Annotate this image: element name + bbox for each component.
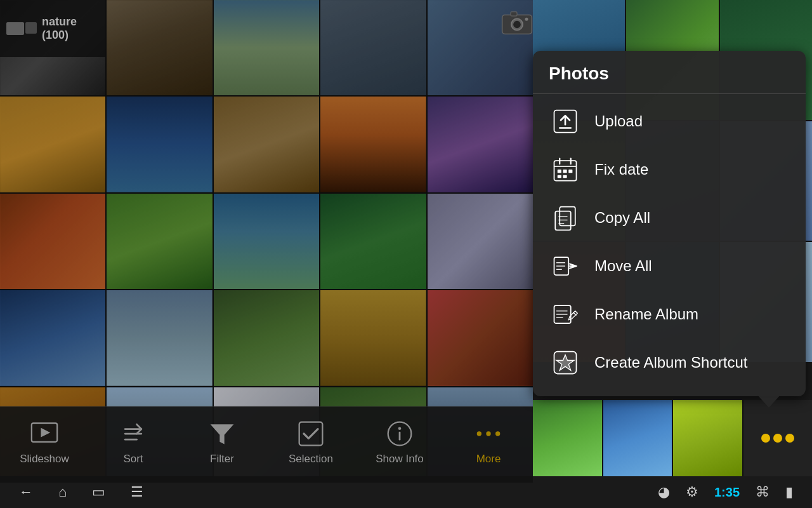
rename-album-menu-item[interactable]: Rename Album <box>533 290 806 338</box>
dot-1 <box>761 434 770 443</box>
calendar-icon <box>549 153 582 186</box>
rename-album-label: Rename Album <box>594 305 698 323</box>
thumbnail[interactable] <box>673 400 742 476</box>
battery-icon: ▮ <box>785 484 793 500</box>
move-icon <box>549 250 582 283</box>
svg-rect-25 <box>563 170 567 173</box>
settings-icon: ⚙ <box>686 484 698 500</box>
upload-icon <box>549 105 582 138</box>
fix-date-menu-item[interactable]: Fix date <box>533 145 806 194</box>
dot-3 <box>785 434 794 443</box>
background-overlay <box>0 0 533 483</box>
thumbnail[interactable] <box>533 400 602 476</box>
context-menu: Photos Upload <box>533 51 806 396</box>
thumbnail[interactable] <box>603 400 672 476</box>
android-icon: ◕ <box>658 484 670 500</box>
fix-date-label: Fix date <box>594 161 648 178</box>
dot-2 <box>773 434 782 443</box>
recents-button[interactable]: ▭ <box>92 484 105 500</box>
upload-label: Upload <box>594 112 643 130</box>
nav-right: ◕ ⚙ 1:35 ⌘ ▮ <box>658 484 793 500</box>
nav-left: ← ⌂ ▭ ☰ <box>19 484 143 500</box>
svg-rect-30 <box>555 211 571 231</box>
move-all-menu-item[interactable]: Move All <box>533 242 806 290</box>
back-button[interactable]: ← <box>19 484 33 500</box>
bottom-thumb-strip <box>533 400 812 476</box>
copy-all-menu-item[interactable]: Copy All <box>533 194 806 242</box>
more-dots[interactable] <box>743 400 813 476</box>
popup-title: Photos <box>533 60 806 94</box>
svg-line-43 <box>573 312 576 316</box>
create-shortcut-label: Create Album Shortcut <box>594 354 747 371</box>
copy-icon <box>549 201 582 234</box>
svg-rect-27 <box>558 175 561 178</box>
upload-menu-item[interactable]: Upload <box>533 97 806 145</box>
wifi-icon: ⌘ <box>756 484 769 500</box>
svg-rect-26 <box>568 170 572 173</box>
home-button[interactable]: ⌂ <box>58 484 67 500</box>
svg-rect-28 <box>563 175 567 178</box>
menu-button[interactable]: ☰ <box>131 484 143 500</box>
rename-icon <box>549 298 582 331</box>
clock: 1:35 <box>714 485 740 500</box>
move-all-label: Move All <box>594 257 652 275</box>
create-shortcut-menu-item[interactable]: Create Album Shortcut <box>533 338 806 387</box>
shortcut-icon <box>549 346 582 379</box>
svg-rect-24 <box>558 170 561 173</box>
copy-all-label: Copy All <box>594 209 650 227</box>
